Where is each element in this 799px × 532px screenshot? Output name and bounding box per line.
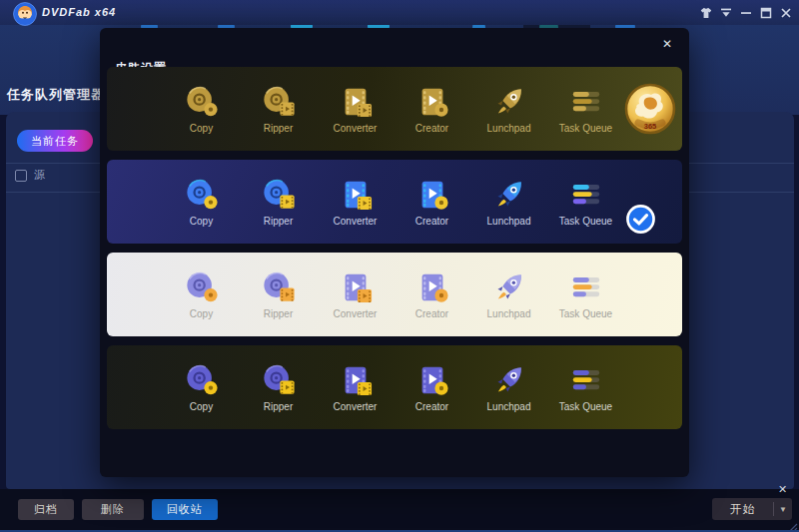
start-button-label: 开始 (712, 501, 773, 518)
close-icon[interactable] (780, 7, 792, 19)
skin-item-copy: Copy (163, 67, 240, 151)
skin-item-lunchpad: Lunchpad (470, 345, 547, 429)
skin-item-label: Copy (190, 216, 213, 227)
skin-item-task-queue: Task Queue (547, 160, 624, 244)
skin-item-label: Task Queue (559, 123, 612, 134)
skin-option-dark-olive[interactable]: CopyRipperConverterCreatorLunchpadTask Q… (107, 345, 682, 429)
skin-item-label: Creator (415, 401, 448, 412)
skin-item-lunchpad: Lunchpad (470, 253, 547, 336)
recycle-bin-button[interactable]: 回收站 (152, 499, 218, 520)
page-title: 任务队列管理器 (7, 86, 105, 104)
converter-icon (339, 178, 373, 212)
skin-item-task-queue: Task Queue (547, 253, 624, 336)
ripper-icon (262, 363, 296, 397)
skin-item-label: Copy (190, 123, 213, 134)
skin-badge-slot (624, 253, 656, 336)
table-header-row: 源 (15, 168, 45, 183)
menu-icon[interactable] (720, 7, 732, 19)
skin-preview-icons: CopyRipperConverterCreatorLunchpadTask Q… (163, 160, 624, 244)
skin-item-label: Ripper (264, 123, 293, 134)
titlebar: DVDFab x64 (0, 0, 799, 25)
skin-item-lunchpad: Lunchpad (470, 67, 547, 151)
skin-preview-icons: CopyRipperConverterCreatorLunchpadTask Q… (163, 345, 624, 429)
skin-item-label: Lunchpad (487, 123, 531, 134)
skin-settings-dialog: 皮肤设置 ✕ CopyRipperConverterCreatorLunchpa… (100, 28, 689, 477)
skin-item-creator: Creator (394, 253, 470, 336)
skin-item-lunchpad: Lunchpad (470, 160, 547, 244)
skin-item-converter: Converter (317, 160, 394, 244)
skin-item-ripper: Ripper (240, 345, 317, 429)
skin-item-label: Creator (415, 308, 448, 319)
skin-item-task-queue: Task Queue (547, 67, 624, 151)
skin-item-label: Lunchpad (487, 216, 531, 227)
skin-item-ripper: Ripper (240, 253, 317, 336)
skin-item-label: Copy (190, 308, 213, 319)
skin-item-converter: Converter (317, 67, 394, 151)
converter-icon (339, 363, 373, 397)
skin-option-dark-blue[interactable]: CopyRipperConverterCreatorLunchpadTask Q… (107, 160, 682, 244)
lunchpad-icon (492, 85, 526, 119)
ripper-icon (262, 85, 296, 119)
svg-text:365: 365 (644, 122, 657, 131)
skin-item-label: Ripper (264, 401, 293, 412)
skin-option-light[interactable]: CopyRipperConverterCreatorLunchpadTask Q… (107, 253, 682, 336)
skin-item-task-queue: Task Queue (547, 345, 624, 429)
skin-item-ripper: Ripper (240, 160, 317, 244)
skin-list: CopyRipperConverterCreatorLunchpadTask Q… (107, 67, 682, 429)
copy-icon (185, 85, 219, 119)
copy-icon (185, 178, 219, 212)
skin-item-label: Converter (334, 216, 378, 227)
window-controls (700, 7, 792, 19)
ripper-icon (262, 178, 296, 212)
skin-item-label: Task Queue (559, 216, 612, 227)
skin-icon[interactable] (700, 7, 712, 19)
converter-icon (339, 270, 373, 304)
skin-item-label: Ripper (264, 308, 293, 319)
skin-item-creator: Creator (394, 67, 470, 151)
skin-badge-slot (624, 345, 656, 429)
skin-item-label: Ripper (264, 216, 293, 227)
skin-item-label: Converter (334, 401, 378, 412)
tab-current-tasks[interactable]: 当前任务 (17, 130, 93, 152)
skin-item-label: Creator (415, 216, 448, 227)
skin-preview-icons: CopyRipperConverterCreatorLunchpadTask Q… (163, 67, 624, 151)
creator-icon (415, 363, 449, 397)
skin-preview-icons: CopyRipperConverterCreatorLunchpadTask Q… (163, 253, 624, 336)
dialog-close-icon[interactable]: ✕ (658, 35, 676, 53)
delete-button[interactable]: 删除 (82, 499, 144, 520)
copy-icon (185, 363, 219, 397)
app-title: DVDFab x64 (42, 6, 116, 18)
select-all-checkbox[interactable] (15, 170, 27, 182)
skin-badge-slot: 365 (624, 67, 676, 151)
start-dropdown-caret[interactable]: ▼ (774, 505, 792, 514)
skin-item-copy: Copy (163, 345, 240, 429)
skin-item-label: Lunchpad (487, 308, 531, 319)
skin-item-label: Task Queue (559, 308, 612, 319)
start-button[interactable]: 开始 ▼ (712, 498, 792, 520)
maximize-icon[interactable] (760, 7, 772, 19)
task-queue-icon (569, 85, 603, 119)
skin-item-label: Converter (334, 123, 378, 134)
task-queue-icon (569, 178, 603, 212)
skin-item-label: Copy (190, 401, 213, 412)
minimize-icon[interactable] (740, 7, 752, 19)
task-queue-icon (569, 270, 603, 304)
skin-item-creator: Creator (394, 160, 470, 244)
365-badge-icon: 365 (624, 83, 676, 135)
creator-icon (415, 178, 449, 212)
skin-badge-slot (624, 160, 656, 244)
copy-icon (185, 270, 219, 304)
ripper-icon (262, 270, 296, 304)
selected-check-icon (626, 205, 655, 234)
archive-button[interactable]: 归档 (18, 499, 74, 520)
skin-option-gold-365[interactable]: CopyRipperConverterCreatorLunchpadTask Q… (107, 67, 682, 151)
lunchpad-icon (492, 178, 526, 212)
skin-item-label: Task Queue (559, 401, 612, 412)
notification-close-icon[interactable]: ✕ (778, 483, 787, 496)
skin-item-converter: Converter (317, 345, 394, 429)
creator-icon (415, 85, 449, 119)
skin-item-copy: Copy (163, 253, 240, 336)
source-column-header: 源 (34, 168, 45, 183)
lunchpad-icon (492, 270, 526, 304)
skin-item-copy: Copy (163, 160, 240, 244)
